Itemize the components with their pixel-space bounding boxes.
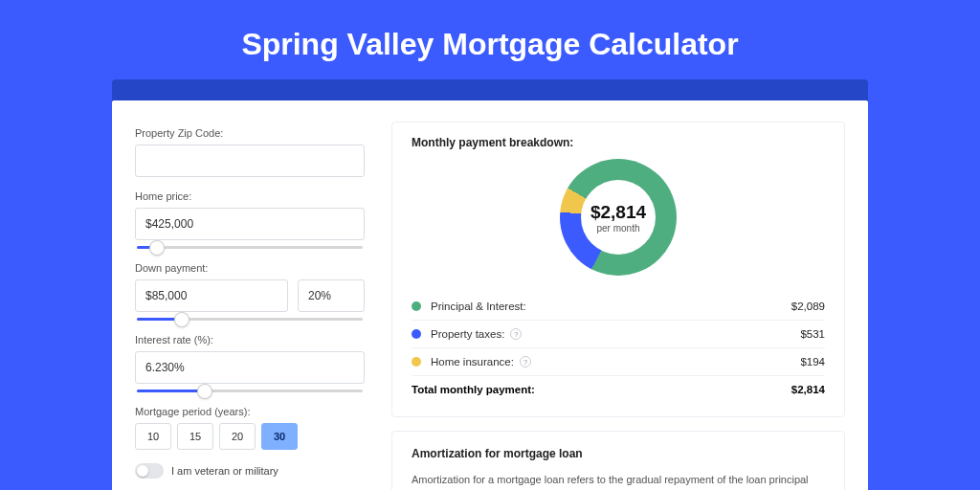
zip-label: Property Zip Code: [135,127,365,139]
period-option-15[interactable]: 15 [177,423,213,450]
period-option-20[interactable]: 20 [219,423,256,450]
rate-input[interactable] [135,351,365,384]
amortization-body: Amortization for a mortgage loan refers … [412,472,825,490]
price-input[interactable] [135,208,365,240]
price-slider-knob[interactable] [150,241,164,255]
breakdown-row-label: Property taxes:? [431,328,800,340]
legend-dot-icon [412,329,421,339]
breakdown-row-label: Principal & Interest: [431,301,791,312]
down-slider-knob[interactable] [175,313,189,326]
help-icon[interactable]: ? [510,328,522,340]
breakdown-total-row: Total monthly payment: $2,814 [412,375,825,403]
app-frame: Property Zip Code: Home price: Down paym… [112,79,868,490]
price-label: Home price: [135,190,365,202]
veteran-toggle[interactable] [135,463,164,479]
app-surface: Property Zip Code: Home price: Down paym… [112,100,868,490]
down-percent-input[interactable] [298,279,365,312]
donut-sub: per month [596,223,639,234]
breakdown-row-value: $531 [800,328,825,340]
period-options: 10152030 [135,423,365,450]
help-icon[interactable]: ? [520,356,531,368]
breakdown-row-value: $194 [800,356,825,368]
down-label: Down payment: [135,262,365,274]
breakdown-row: Home insurance:?$194 [412,347,825,375]
donut-ring: $2,814 per month [560,159,677,276]
results-column: Monthly payment breakdown: $2,814 per mo… [391,122,845,490]
down-slider[interactable] [137,318,363,321]
price-slider[interactable] [137,246,363,249]
breakdown-row: Property taxes:?$531 [412,320,825,347]
period-option-30[interactable]: 30 [261,423,298,450]
amortization-panel: Amortization for mortgage loan Amortizat… [391,431,845,490]
donut-chart: $2,814 per month [412,159,825,276]
zip-input[interactable] [135,145,365,177]
rate-label: Interest rate (%): [135,334,365,345]
breakdown-panel: Monthly payment breakdown: $2,814 per mo… [391,122,845,417]
breakdown-total-value: $2,814 [791,384,825,395]
breakdown-row: Principal & Interest:$2,089 [412,293,825,320]
legend-dot-icon [412,357,421,367]
rate-slider-fill [137,390,205,392]
amortization-title: Amortization for mortgage loan [412,445,825,462]
calculator-form: Property Zip Code: Home price: Down paym… [135,122,365,490]
breakdown-title: Monthly payment breakdown: [412,136,825,149]
period-option-10[interactable]: 10 [135,423,171,450]
breakdown-total-label: Total monthly payment: [412,384,791,395]
rate-slider-knob[interactable] [198,385,212,398]
breakdown-row-label: Home insurance:? [431,356,800,368]
page-title: Spring Valley Mortgage Calculator [0,0,980,79]
veteran-label: I am veteran or military [171,465,278,477]
donut-amount: $2,814 [590,202,646,223]
breakdown-row-value: $2,089 [791,301,825,312]
donut-center: $2,814 per month [581,180,656,255]
period-label: Mortgage period (years): [135,406,365,417]
down-amount-input[interactable] [135,279,288,312]
breakdown-rows: Principal & Interest:$2,089Property taxe… [412,293,825,375]
rate-slider[interactable] [137,390,363,392]
legend-dot-icon [412,301,421,311]
